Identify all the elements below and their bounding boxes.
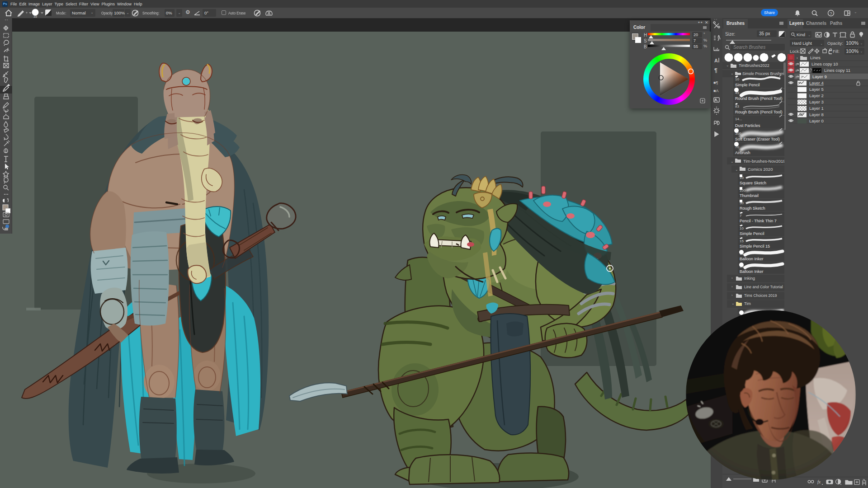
svg-text:Layer 0: Layer 0 (809, 118, 824, 123)
svg-text:Comics 2020: Comics 2020 (748, 167, 773, 172)
svg-text:35: 35 (33, 15, 37, 18)
svg-text:Rough Sketch: Rough Sketch (740, 206, 765, 211)
svg-text:Layer 9: Layer 9 (812, 74, 827, 79)
svg-text:83: 83 (735, 104, 739, 108)
svg-text:7: 7 (740, 214, 742, 218)
svg-text:⌄: ⌄ (735, 168, 738, 172)
svg-text:15: 15 (740, 239, 744, 243)
svg-text:Layer 5: Layer 5 (809, 87, 824, 92)
svg-text:Balloon Inker: Balloon Inker (740, 269, 764, 274)
svg-text:Tim-brushes-Nov2019: Tim-brushes-Nov2019 (743, 159, 784, 164)
svg-text:Round Brush (Pencil Tool): Round Brush (Pencil Tool) (735, 96, 782, 101)
svg-text:A: A (714, 58, 718, 63)
svg-text:■¶: ■¶ (713, 80, 718, 85)
svg-text:10: 10 (740, 226, 744, 230)
svg-text:Square Sketch: Square Sketch (740, 181, 766, 185)
svg-text:›: › (797, 56, 798, 60)
svg-text:Layer 8: Layer 8 (809, 112, 824, 117)
svg-text:Layer 4: Layer 4 (809, 80, 824, 85)
svg-text:Thumbnail: Thumbnail (740, 193, 759, 198)
svg-text:Layer 1: Layer 1 (809, 106, 824, 111)
svg-text:Pencil - Think Thin 7: Pencil - Think Thin 7 (740, 219, 777, 223)
svg-text:Simple Pencil: Simple Pencil (740, 231, 764, 236)
svg-text:Airbrush: Airbrush (735, 150, 750, 155)
svg-text:Lines copy 11: Lines copy 11 (824, 68, 850, 73)
svg-text:Layer 2: Layer 2 (809, 93, 824, 98)
svg-text:Soft Eraser (Eraser Tool): Soft Eraser (Eraser Tool) (735, 137, 780, 141)
svg-text:Balloon Inker: Balloon Inker (740, 257, 764, 261)
svg-text:Lines copy 10: Lines copy 10 (811, 61, 838, 66)
svg-text:?: ? (830, 11, 832, 16)
svg-text:■A: ■A (713, 89, 718, 93)
svg-text:Lines: Lines (810, 55, 821, 60)
svg-text:fx: fx (817, 479, 821, 484)
svg-text:10: 10 (735, 77, 739, 81)
svg-text:Simple Pencil: Simple Pencil (735, 83, 760, 87)
svg-text:Layer 3: Layer 3 (809, 99, 824, 104)
svg-text:Simple Pencil 15: Simple Pencil 15 (740, 244, 770, 249)
svg-text:¶: ¶ (714, 67, 717, 74)
svg-text:Dust Particles: Dust Particles (735, 123, 760, 128)
svg-text:14...: 14... (735, 117, 742, 121)
svg-text:Rough Brush (Pencil Tool): Rough Brush (Pencil Tool) (735, 110, 782, 114)
svg-text:⌄: ⌄ (731, 160, 734, 164)
